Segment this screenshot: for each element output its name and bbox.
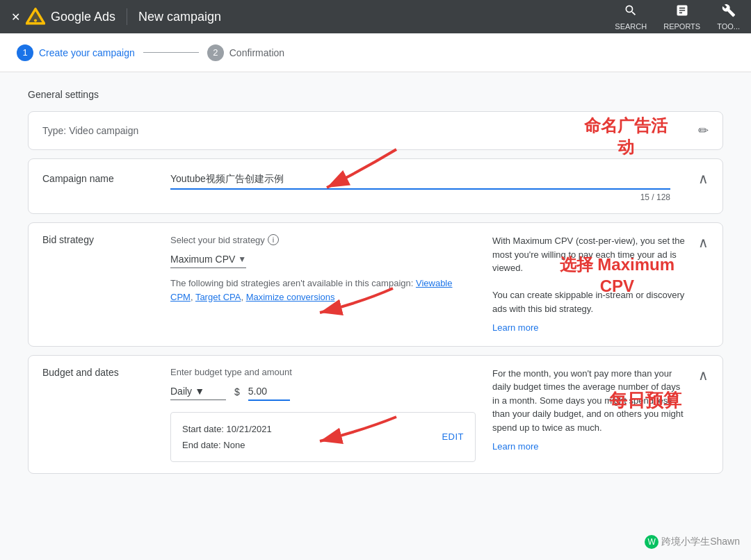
budget-currency: $ — [234, 386, 240, 397]
type-edit-icon[interactable]: ✏ — [698, 123, 709, 138]
maximize-conversions-link[interactable]: Maximize conversions — [246, 292, 335, 302]
page-title: New campaign — [138, 10, 221, 24]
step-1-label: Create your campaign — [39, 47, 135, 58]
tools-nav-label: TOO... — [717, 22, 740, 31]
type-label: Type: — [42, 125, 69, 136]
search-nav-label: SEARCH — [615, 22, 647, 31]
type-field: Type: Video campaign — [42, 125, 138, 136]
search-icon — [624, 3, 638, 21]
budget-learn-more[interactable]: Learn more — [492, 440, 687, 454]
campaign-name-collapse-icon[interactable]: ∧ — [698, 170, 709, 187]
date-box: Start date: 10/21/2021 End date: None ED… — [170, 412, 476, 463]
campaign-name-row: Campaign name Youtube视频广告创建示例 15 / 128 ∧ — [42, 170, 709, 202]
app-name: Google Ads — [51, 10, 115, 24]
bid-strategy-select-label: Select your bid strategy i — [170, 234, 476, 245]
section-title: General settings — [28, 89, 723, 100]
budget-dates-content: Budget and dates Enter budget type and a… — [29, 356, 722, 474]
date-lines: Start date: 10/21/2021 End date: None — [182, 421, 272, 454]
start-date-label: Start date: — [182, 424, 224, 434]
campaign-name-input[interactable]: Youtube视频广告创建示例 — [170, 170, 670, 190]
bid-help-text: With Maximum CPV (cost-per-view), you se… — [492, 236, 685, 273]
step-1: 1 Create your campaign — [17, 44, 135, 61]
step-2-circle: 2 — [207, 44, 224, 61]
reports-nav-button[interactable]: REPORTS — [663, 3, 700, 31]
bid-strategy-main: Bid strategy Select your bid strategy i … — [42, 234, 687, 335]
end-date-line: End date: None — [182, 437, 272, 453]
campaign-name-label: Campaign name — [42, 170, 154, 184]
nav-actions: SEARCH REPORTS TOO... — [615, 3, 740, 31]
reports-icon — [675, 3, 689, 21]
budget-collapse-icon[interactable]: ∧ — [698, 367, 709, 384]
date-edit-button[interactable]: EDIT — [442, 431, 464, 442]
page-wrapper: ✕ Google Ads New campaign SEARCH — [0, 0, 751, 560]
bid-strategy-label: Bid strategy — [42, 231, 94, 245]
budget-main: Budget and dates Enter budget type and a… — [42, 367, 687, 463]
campaign-name-card: Campaign name Youtube视频广告创建示例 15 / 128 ∧ — [28, 158, 723, 214]
tools-nav-button[interactable]: TOO... — [717, 3, 740, 31]
budget-field-label-col: Budget and dates — [42, 367, 154, 463]
budget-dates-card: Budget and dates Enter budget type and a… — [28, 355, 723, 475]
budget-right: For the month, you won't pay more than y… — [492, 367, 687, 463]
campaign-name-field: Youtube视频广告创建示例 15 / 128 — [170, 170, 670, 202]
start-date-value: 10/21/2021 — [227, 424, 272, 434]
step-2-label: Confirmation — [229, 47, 284, 58]
bid-help-text2: You can create skippable in-stream or di… — [492, 290, 684, 314]
target-cpa-link[interactable]: Target CPA — [195, 292, 241, 302]
campaign-name-content: Campaign name Youtube视频广告创建示例 15 / 128 ∧ — [29, 159, 722, 213]
watermark-icon: W — [645, 535, 659, 549]
end-date-label: End date: — [182, 440, 221, 450]
type-value: Video campaign — [69, 125, 138, 136]
reports-nav-label: REPORTS — [663, 22, 700, 31]
type-card-content: Type: Video campaign ✏ — [29, 112, 722, 149]
bid-learn-more[interactable]: Learn more — [492, 321, 687, 335]
bid-strategy-content: Bid strategy Select your bid strategy i … — [29, 223, 722, 346]
budget-left: Enter budget type and amount Daily ▼ $ 5… — [170, 367, 476, 463]
search-nav-button[interactable]: SEARCH — [615, 3, 647, 31]
budget-amount-input[interactable]: 5.00 — [248, 383, 290, 401]
bid-strategy-card: Bid strategy Select your bid strategy i … — [28, 222, 723, 347]
bid-strategy-select[interactable]: Maximum CPV ▼ — [170, 251, 246, 268]
budget-type-value: Daily — [170, 386, 192, 397]
app-logo: Google Ads — [26, 7, 115, 26]
type-card: Type: Video campaign ✏ — [28, 111, 723, 150]
tools-icon — [722, 3, 736, 21]
stepper: 1 Create your campaign 2 Confirmation — [0, 33, 751, 72]
bid-strategy-unavailable: The following bid strategies aren't avai… — [170, 277, 476, 304]
bid-strategy-info-icon[interactable]: i — [268, 234, 279, 245]
top-navigation: ✕ Google Ads New campaign SEARCH — [0, 0, 751, 33]
bid-strategy-dropdown-arrow: ▼ — [238, 254, 246, 264]
budget-help-text: For the month, you won't pay more than y… — [492, 368, 684, 433]
budget-type-arrow: ▼ — [195, 386, 204, 397]
google-ads-triangle-icon — [26, 7, 45, 26]
watermark-text: 跨境小学生Shawn — [661, 536, 740, 548]
nav-divider — [127, 8, 127, 25]
budget-type-select[interactable]: Daily ▼ — [170, 383, 226, 400]
budget-label: Budget and dates — [42, 364, 119, 378]
main-content: General settings Type: Video campaign ✏ … — [0, 72, 751, 499]
budget-inputs: Daily ▼ $ 5.00 — [170, 383, 476, 401]
step-connector — [143, 52, 199, 53]
end-date-value: None — [223, 440, 245, 450]
start-date-line: Start date: 10/21/2021 — [182, 421, 272, 437]
char-count: 15 / 128 — [170, 192, 670, 202]
bid-strategy-left: Select your bid strategy i Maximum CPV ▼… — [170, 234, 476, 335]
step-2: 2 Confirmation — [207, 44, 284, 61]
bid-strategy-collapse-icon[interactable]: ∧ — [698, 234, 709, 251]
bid-strategy-selected: Maximum CPV — [170, 254, 235, 265]
watermark: W 跨境小学生Shawn — [645, 535, 740, 549]
bid-strategy-right: With Maximum CPV (cost-per-view), you se… — [492, 234, 687, 335]
budget-input-label: Enter budget type and amount — [170, 367, 476, 377]
svg-point-2 — [34, 19, 37, 22]
close-button[interactable]: ✕ — [11, 10, 20, 24]
step-1-circle: 1 — [17, 44, 33, 61]
bid-strategy-field-label-col: Bid strategy — [42, 234, 154, 335]
